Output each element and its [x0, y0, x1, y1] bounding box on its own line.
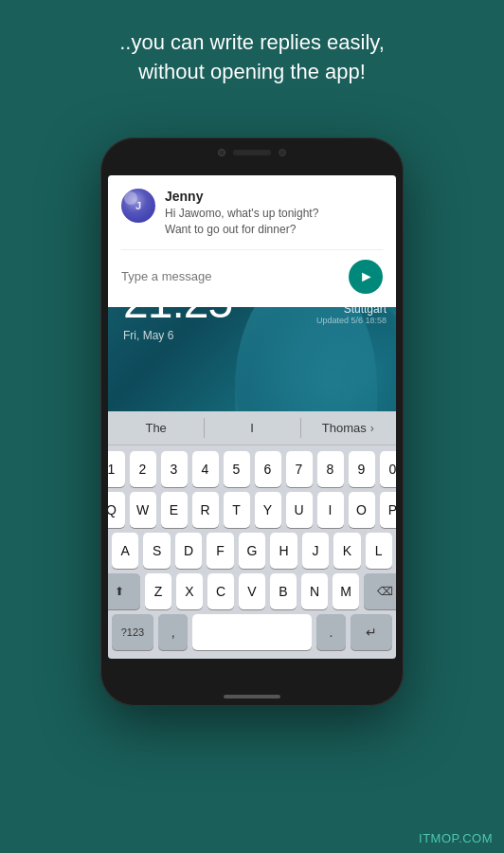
reply-input[interactable]: [121, 269, 341, 283]
message-line1: Hi Jawomo, what's up tonight?: [165, 206, 383, 222]
phone-speaker: [233, 150, 271, 155]
message-line2: Want to go out for dinner?: [165, 222, 383, 238]
key-u[interactable]: U: [286, 492, 313, 528]
key-4[interactable]: 4: [192, 451, 219, 487]
key-n[interactable]: N: [301, 573, 328, 609]
key-o[interactable]: O: [349, 492, 375, 528]
key-e[interactable]: E: [161, 492, 188, 528]
send-icon: ►: [359, 268, 374, 285]
zxcv-row: ⬆ Z X C V B N M ⌫: [112, 573, 392, 609]
comma-key[interactable]: ,: [158, 614, 188, 650]
key-w[interactable]: W: [130, 492, 156, 528]
promo-line1: ..you can write replies easily,: [28, 28, 476, 58]
autocomplete-bar: The I Thomas ›: [108, 411, 396, 445]
key-y[interactable]: Y: [255, 492, 281, 528]
key-b[interactable]: B: [270, 573, 297, 609]
key-i[interactable]: I: [317, 492, 344, 528]
key-l[interactable]: L: [366, 533, 392, 569]
space-key[interactable]: [192, 614, 311, 650]
period-key[interactable]: .: [316, 614, 346, 650]
key-t[interactable]: T: [224, 492, 250, 528]
notification-message: Hi Jawomo, what's up tonight? Want to go…: [165, 206, 383, 238]
phone-body: J Jenny Hi Jawomo, what's up tonight? Wa…: [100, 137, 404, 706]
lock-date: Fri, May 6: [123, 329, 239, 342]
key-0[interactable]: 0: [380, 451, 397, 487]
chevron-right-icon: ›: [370, 422, 374, 435]
key-j[interactable]: J: [302, 533, 329, 569]
keyboard-rows: 1 2 3 4 5 6 7 8 9 0 Q W: [108, 445, 396, 659]
phone-sensor: [279, 149, 286, 156]
phone-home-indicator: [224, 695, 280, 699]
key-c[interactable]: C: [207, 573, 234, 609]
number-row: 1 2 3 4 5 6 7 8 9 0: [112, 451, 392, 487]
key-7[interactable]: 7: [286, 451, 313, 487]
autocomplete-item-2[interactable]: I: [204, 411, 299, 445]
key-8[interactable]: 8: [317, 451, 344, 487]
key-g[interactable]: G: [239, 533, 265, 569]
notification-card: J Jenny Hi Jawomo, what's up tonight? Wa…: [108, 175, 396, 307]
key-a[interactable]: A: [112, 533, 138, 569]
key-6[interactable]: 6: [255, 451, 281, 487]
key-2[interactable]: 2: [130, 451, 156, 487]
key-3[interactable]: 3: [161, 451, 188, 487]
key-r[interactable]: R: [192, 492, 219, 528]
promo-text: ..you can write replies easily, without …: [0, 0, 504, 106]
weather-updated: Updated 5/6 18:58: [316, 316, 387, 325]
key-z[interactable]: Z: [145, 573, 171, 609]
enter-button[interactable]: ↵: [351, 614, 392, 650]
reply-area[interactable]: ►: [121, 249, 383, 294]
key-9[interactable]: 9: [349, 451, 375, 487]
watermark: ITMOP.COM: [419, 831, 493, 845]
qwerty-row: Q W E R T Y U I O P: [112, 492, 392, 528]
key-x[interactable]: X: [176, 573, 203, 609]
keyboard-area: The I Thomas › 1 2 3: [108, 411, 396, 659]
asdf-row: A S D F G H J K L: [112, 533, 392, 569]
key-k[interactable]: K: [333, 533, 360, 569]
phone-camera-icon: [218, 149, 225, 156]
notification-content: Jenny Hi Jawomo, what's up tonight? Want…: [165, 189, 383, 238]
autocomplete-item-1[interactable]: The: [108, 411, 204, 445]
promo-line2: without opening the app!: [28, 58, 476, 87]
symbols-button[interactable]: ?123: [112, 614, 153, 650]
key-m[interactable]: M: [333, 573, 359, 609]
key-d[interactable]: D: [175, 533, 202, 569]
shift-icon: ⬆: [115, 585, 124, 598]
send-button[interactable]: ►: [349, 260, 383, 294]
avatar: J: [121, 189, 155, 223]
phone-top-bar: [218, 149, 286, 156]
sender-name: Jenny: [165, 189, 383, 204]
key-q[interactable]: Q: [108, 492, 125, 528]
key-p[interactable]: P: [380, 492, 397, 528]
notification-header: J Jenny Hi Jawomo, what's up tonight? Wa…: [121, 189, 383, 238]
delete-button[interactable]: ⌫: [364, 573, 396, 609]
enter-icon: ↵: [366, 625, 377, 640]
autocomplete-item-3[interactable]: Thomas ›: [300, 411, 396, 445]
phone-container: J Jenny Hi Jawomo, what's up tonight? Wa…: [100, 137, 404, 706]
key-1[interactable]: 1: [108, 451, 125, 487]
key-f[interactable]: F: [207, 533, 233, 569]
delete-icon: ⌫: [377, 585, 393, 598]
space-row: ?123 , . ↵: [112, 614, 392, 650]
key-s[interactable]: S: [143, 533, 170, 569]
key-v[interactable]: V: [239, 573, 265, 609]
shift-button[interactable]: ⬆: [108, 573, 140, 609]
phone-screen: J Jenny Hi Jawomo, what's up tonight? Wa…: [108, 175, 396, 659]
key-5[interactable]: 5: [224, 451, 250, 487]
key-h[interactable]: H: [270, 533, 297, 569]
